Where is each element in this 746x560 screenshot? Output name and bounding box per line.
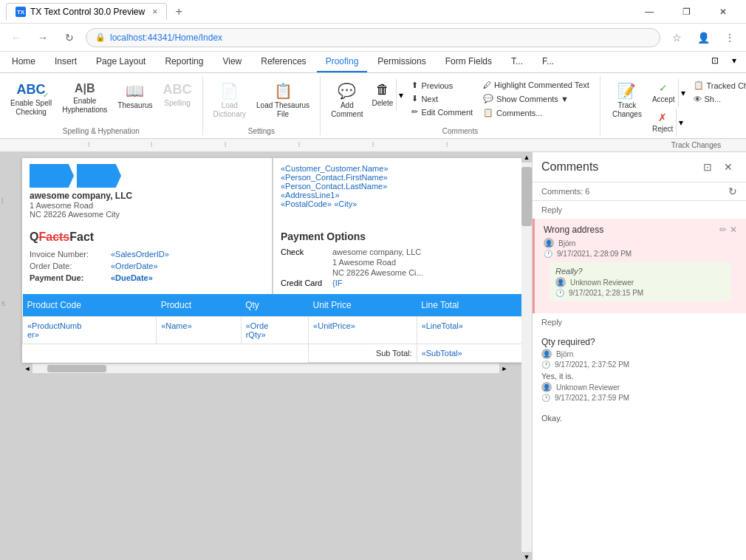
- reject-main[interactable]: ✗ Reject: [649, 109, 676, 137]
- line-number-5: 5: [1, 300, 5, 307]
- comments-close-button[interactable]: ✕: [719, 158, 737, 176]
- cell-qty: «OrderQty»: [241, 317, 308, 344]
- previous-button[interactable]: ⬆ Previous: [407, 79, 477, 92]
- invoice-row: Invoice Number: «SalesOrderID»: [30, 248, 264, 260]
- okay-comment: Okay.: [533, 408, 746, 428]
- comments-panel-button[interactable]: 📋 Comments...: [479, 106, 594, 119]
- reply-bar-top[interactable]: Reply: [533, 201, 746, 219]
- delete-dropdown[interactable]: ▾: [396, 79, 405, 111]
- dictionary-icon: 📄: [220, 82, 239, 100]
- reject-button[interactable]: ✗ Reject ▾: [649, 109, 688, 137]
- tab-view[interactable]: View: [213, 52, 250, 72]
- scroll-left-button[interactable]: ◄: [22, 363, 32, 374]
- menu-button[interactable]: ⋮: [719, 27, 740, 48]
- scroll-up-button[interactable]: ▲: [521, 152, 532, 163]
- tab-reporting[interactable]: Reporting: [156, 52, 212, 72]
- tab-home[interactable]: Home: [3, 52, 44, 72]
- edit-comment-icon-1[interactable]: ✏: [719, 225, 727, 235]
- vertical-scrollbar[interactable]: ▲ ▼: [521, 152, 532, 560]
- show-changes-button[interactable]: 👁 Sh...: [689, 93, 746, 105]
- star-button[interactable]: ☆: [666, 27, 687, 48]
- payment-check: Check awesome company, LLC: [281, 247, 517, 257]
- next-button[interactable]: ⬇ Next: [407, 92, 477, 105]
- new-tab-button[interactable]: +: [170, 3, 188, 21]
- previous-label: Previous: [421, 81, 453, 90]
- reply-time-row-2: 🕐 9/17/2021, 2:37:59 PM: [541, 394, 737, 402]
- document-area: | 5 awesome company, LLC 1 Awesome Road: [0, 152, 532, 560]
- reject-dropdown[interactable]: ▾: [676, 109, 685, 137]
- url-bar[interactable]: 🔒 localhost:44341/Home/Index: [86, 28, 660, 47]
- cell-product-code: «ProductNumber»: [23, 317, 157, 344]
- spelling-button[interactable]: ABC Spelling: [159, 79, 196, 111]
- payment-address2: NC 28226 Awesome Ci...: [281, 267, 517, 278]
- reply-yes: Yes, it is.: [541, 372, 737, 380]
- payment-credit: Credit Card {IF: [281, 278, 517, 288]
- refresh-button[interactable]: ↻: [59, 27, 80, 48]
- tracked-changes-button[interactable]: 📋 Tracked Changes... ,: [689, 79, 746, 92]
- accept-dropdown[interactable]: ▾: [678, 79, 688, 107]
- enable-spell-button[interactable]: ABC ✓ Enable SpellChecking: [6, 79, 56, 120]
- tab-insert[interactable]: Insert: [46, 52, 86, 72]
- scroll-right-button[interactable]: ►: [499, 363, 510, 374]
- cell-product-name: «Name»: [157, 317, 241, 344]
- highlight-commented-button[interactable]: 🖊 Highlight Commented Text: [479, 79, 594, 91]
- track-changes-button[interactable]: 📝 TrackChanges: [606, 79, 648, 122]
- okay-text: Okay.: [541, 414, 737, 423]
- delete-button[interactable]: 🗑 Delete ▾: [369, 79, 405, 111]
- accept-main[interactable]: ✓ Accept: [649, 79, 678, 107]
- accept-button[interactable]: ✓ Accept ▾: [649, 79, 688, 107]
- tab-f[interactable]: F...: [533, 52, 563, 72]
- active-tab[interactable]: TX TX Text Control 30.0 Preview ×: [6, 3, 167, 20]
- show-comments-button[interactable]: 💬 Show Comments ▼: [479, 92, 594, 105]
- ribbon-layout-toggle[interactable]: ⊡: [706, 52, 724, 69]
- table-row: «ProductNumber» «Name» «OrderQty» «UnitP…: [23, 317, 524, 344]
- maximize-button[interactable]: ❐: [669, 0, 703, 24]
- thesaurus-button[interactable]: 📖 Thesaurus: [113, 79, 157, 113]
- sub-total-label: Sub Total:: [309, 344, 417, 363]
- load-dictionary-button[interactable]: 📄 LoadDictionary: [209, 79, 250, 122]
- tab-form-fields[interactable]: Form Fields: [437, 52, 501, 72]
- ruler-mark-3: |: [225, 140, 226, 147]
- comment-header-1: Wrong address ✏ ✕: [544, 225, 737, 235]
- scroll-down-button[interactable]: ▼: [521, 552, 532, 560]
- close-tab-button[interactable]: ×: [152, 7, 157, 17]
- reply-bar-middle[interactable]: Reply: [533, 313, 746, 331]
- tab-permissions[interactable]: Permissions: [369, 52, 434, 72]
- horizontal-scrollbar[interactable]: ◄ ►: [22, 363, 510, 373]
- comments-refresh-button[interactable]: ↻: [728, 185, 737, 197]
- tab-t[interactable]: T...: [502, 52, 532, 72]
- company-name: awesome company, LLC: [30, 191, 264, 201]
- clock-icon-1: 🕐: [544, 250, 552, 258]
- previous-icon: ⬆: [411, 81, 418, 90]
- tab-references[interactable]: References: [252, 52, 315, 72]
- add-comment-button[interactable]: 💬 AddComment: [326, 79, 367, 122]
- tab-page-layout[interactable]: Page Layout: [87, 52, 154, 72]
- ribbon-expand[interactable]: ▾: [725, 52, 743, 69]
- url-text: localhost:44341/Home/Index: [110, 33, 222, 43]
- facts-payment-section: QFactsFact Invoice Number: «SalesOrderID…: [22, 225, 524, 294]
- doc-header-section: awesome company, LLC 1 Awesome Road NC 2…: [22, 158, 524, 225]
- ruler-marks: | | | | | |: [3, 139, 743, 151]
- h-scroll-thumb[interactable]: [47, 365, 106, 372]
- back-button[interactable]: ←: [6, 27, 27, 48]
- comment-subject-1: Wrong address: [544, 225, 603, 235]
- load-thesaurus-button[interactable]: 📋 Load ThesaurusFile: [252, 79, 314, 122]
- scroll-thumb[interactable]: [521, 167, 532, 226]
- enable-hyphenations-button[interactable]: A|B EnableHyphenations: [58, 79, 112, 117]
- payment-options-section: Payment Options Check awesome company, L…: [273, 225, 524, 294]
- pay-addr-space: [281, 258, 332, 267]
- comments-expand-button[interactable]: ⊡: [699, 158, 716, 176]
- credit-detail: {IF: [332, 279, 342, 287]
- edit-comment-button[interactable]: ✏ Edit Comment: [407, 106, 477, 118]
- tab-proofing[interactable]: Proofing: [317, 52, 368, 72]
- close-button[interactable]: ✕: [706, 0, 740, 24]
- delete-main[interactable]: 🗑 Delete: [369, 79, 396, 111]
- minimize-button[interactable]: —: [632, 0, 666, 24]
- profile-button[interactable]: 👤: [693, 27, 714, 48]
- comment-author-row-1: 👤 Björn: [544, 238, 737, 248]
- forward-button[interactable]: →: [32, 27, 53, 48]
- author-name-1: Björn: [558, 239, 575, 247]
- delete-comment-icon-1[interactable]: ✕: [730, 225, 737, 235]
- reply-avatar-1: 👤: [555, 277, 566, 287]
- next-icon: ⬇: [411, 94, 418, 103]
